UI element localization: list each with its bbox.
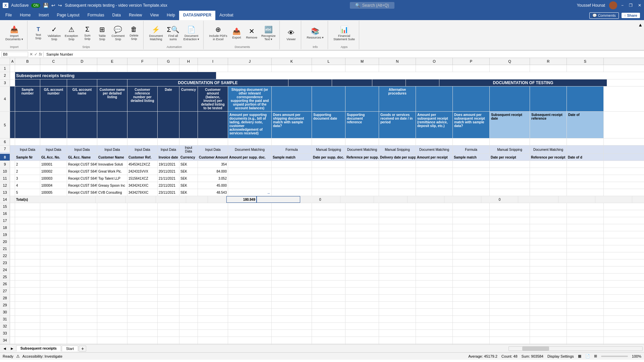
cell-N35[interactable]	[379, 344, 416, 344]
cell-H31[interactable]	[179, 316, 198, 322]
cell-D6[interactable]	[67, 138, 97, 145]
cell-D23[interactable]	[67, 259, 97, 266]
cell-K29[interactable]	[272, 302, 312, 308]
cell-N14[interactable]	[408, 196, 444, 203]
cell-E31[interactable]	[97, 316, 127, 322]
cell-A11[interactable]	[10, 175, 15, 182]
cell-S12[interactable]	[567, 182, 604, 189]
cell-M32[interactable]	[345, 323, 379, 329]
restore-btn[interactable]: ❐	[629, 3, 633, 8]
cell-B30[interactable]	[15, 309, 40, 315]
cell-N21[interactable]	[379, 245, 416, 252]
cell-K3[interactable]	[332, 79, 372, 86]
cell-S13[interactable]	[567, 189, 604, 196]
tab-datasnipper[interactable]: DATASNIPPER	[179, 11, 215, 20]
cell-P34[interactable]	[453, 337, 490, 344]
cell-A30[interactable]	[10, 309, 15, 315]
cell-H28[interactable]	[179, 295, 198, 301]
cell-E19[interactable]	[97, 231, 127, 238]
cell-G15[interactable]	[158, 203, 179, 210]
include-pdfs-button[interactable]: ⊕ Include PDFsin Excel	[208, 25, 228, 42]
cell-R15[interactable]	[530, 203, 567, 210]
cell-D18[interactable]	[67, 224, 97, 231]
cell-B23[interactable]	[15, 259, 40, 266]
cell-D15[interactable]	[67, 203, 97, 210]
zoom-slider[interactable]	[601, 356, 628, 357]
cell-H22[interactable]	[179, 252, 198, 259]
cell-O26[interactable]	[416, 281, 453, 287]
cell-B12[interactable]: 4	[15, 182, 40, 189]
cell-B33[interactable]	[15, 330, 40, 337]
cell-F22[interactable]	[127, 252, 158, 259]
cell-A10[interactable]	[10, 168, 15, 175]
document-matching-button[interactable]: ⚡ DocumentMatching	[148, 25, 164, 42]
tab-acrobat[interactable]: Acrobat	[215, 11, 237, 20]
cell-D32[interactable]	[67, 323, 97, 329]
cell-L28[interactable]	[312, 295, 345, 301]
page-break-icon[interactable]: ⊞	[594, 354, 597, 358]
cell-G31[interactable]	[158, 316, 179, 322]
cell-J18[interactable]	[228, 224, 272, 231]
tab-review[interactable]: Review	[125, 11, 146, 20]
cell-B34[interactable]	[15, 337, 40, 344]
cell-M25[interactable]	[345, 274, 379, 280]
cell-L20[interactable]	[312, 238, 345, 245]
cell-J20[interactable]	[228, 238, 272, 245]
cell-S31[interactable]	[567, 316, 604, 322]
cell-A18[interactable]	[10, 224, 15, 231]
cell-S6[interactable]	[567, 138, 604, 145]
cell-B2[interactable]: Subsequent receipts testing	[15, 72, 216, 79]
search-bar[interactable]: 🔍 Search (Alt+Q)	[350, 2, 394, 9]
cell-Q22[interactable]	[490, 252, 530, 259]
col-header-D[interactable]: D	[67, 58, 97, 65]
cell-H15[interactable]	[179, 203, 198, 210]
cell-B21[interactable]	[15, 245, 40, 252]
cell-N1[interactable]	[379, 65, 416, 72]
cell-M10[interactable]	[345, 168, 379, 175]
cell-M12[interactable]	[345, 182, 379, 189]
cell-K1[interactable]	[272, 65, 312, 72]
cell-F35[interactable]	[127, 344, 158, 344]
cell-L24[interactable]	[312, 266, 345, 273]
cell-C31[interactable]	[40, 316, 67, 322]
cell-K22[interactable]	[272, 252, 312, 259]
col-header-O[interactable]: O	[416, 58, 453, 65]
cell-O4[interactable]	[416, 86, 453, 111]
cell-N6[interactable]	[379, 138, 416, 145]
cell-S10[interactable]	[567, 168, 604, 175]
cell-H24[interactable]	[179, 266, 198, 273]
cell-I35[interactable]	[198, 344, 228, 344]
cell-Q28[interactable]	[490, 295, 530, 301]
formula-cancel-icon[interactable]: ✕	[30, 52, 33, 57]
cell-M33[interactable]	[345, 330, 379, 337]
cell-G32[interactable]	[158, 323, 179, 329]
cell-P29[interactable]	[453, 302, 490, 308]
cell-B20[interactable]	[15, 238, 40, 245]
cell-S22[interactable]	[567, 252, 604, 259]
cell-I9[interactable]: 354	[198, 161, 228, 168]
cell-C27[interactable]	[40, 288, 67, 294]
cell-B22[interactable]	[15, 252, 40, 259]
document-extraction-button[interactable]: 📄 DocumentExtraction ▾	[182, 25, 201, 42]
cell-I24[interactable]	[198, 266, 228, 273]
tab-help[interactable]: Help	[163, 11, 179, 20]
cell-O9[interactable]	[416, 161, 453, 168]
cell-H12[interactable]: SEK	[179, 182, 198, 189]
cell-B11[interactable]: 3	[15, 175, 40, 182]
cell-N16[interactable]	[379, 210, 416, 217]
cell-O16[interactable]	[416, 210, 453, 217]
cell-B25[interactable]	[15, 274, 40, 280]
cell-C20[interactable]	[40, 238, 67, 245]
normal-view-icon[interactable]: ▦	[578, 354, 581, 358]
cell-L6[interactable]	[312, 138, 345, 145]
cell-J15[interactable]	[228, 203, 272, 210]
cell-F15[interactable]	[127, 203, 158, 210]
cell-N8-delivery-date[interactable]: Delivery date per supp. do	[379, 154, 416, 161]
cell-I16[interactable]	[198, 210, 228, 217]
cell-J14[interactable]	[257, 196, 300, 203]
col-header-H[interactable]: H	[179, 58, 198, 65]
cell-J7-input[interactable]: Document Matching	[228, 145, 272, 154]
cell-I28[interactable]	[198, 295, 228, 301]
cell-H14[interactable]	[208, 196, 226, 203]
cell-R20[interactable]	[530, 238, 567, 245]
